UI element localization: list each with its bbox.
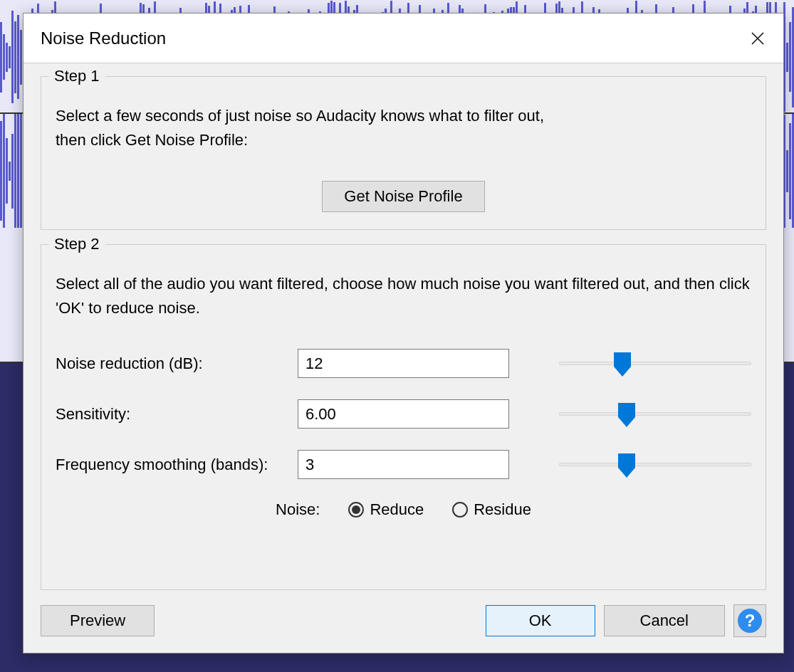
step2-group: Step 2 Select all of the audio you want … — [41, 244, 766, 590]
noise-mode-radio-group: Noise: Reduce Residue — [56, 500, 751, 519]
freq-smoothing-input[interactable] — [298, 450, 509, 479]
radio-reduce[interactable]: Reduce — [348, 500, 424, 519]
noise-reduction-label: Noise reduction (dB): — [56, 355, 298, 373]
freq-smoothing-row: Frequency smoothing (bands): — [56, 450, 751, 479]
sensitivity-row: Sensitivity: — [56, 399, 751, 429]
get-noise-profile-button[interactable]: Get Noise Profile — [322, 181, 484, 212]
freq-smoothing-label: Frequency smoothing (bands): — [56, 456, 298, 474]
titlebar: Noise Reduction — [23, 14, 783, 63]
freq-smoothing-slider[interactable] — [559, 451, 751, 479]
dialog-button-row: Preview OK Cancel ? — [23, 604, 783, 653]
noise-radio-heading: Noise: — [276, 500, 320, 519]
step2-instruction: Select all of the audio you want filtere… — [56, 272, 751, 320]
sensitivity-input[interactable] — [298, 399, 509, 429]
step1-instruction: Select a few seconds of just noise so Au… — [56, 104, 751, 152]
help-icon: ? — [738, 609, 762, 633]
close-icon[interactable] — [749, 30, 766, 47]
noise-reduction-slider[interactable] — [559, 350, 751, 378]
radio-residue[interactable]: Residue — [452, 500, 531, 519]
radio-residue-label: Residue — [474, 500, 531, 519]
noise-reduction-dialog: Noise Reduction Step 1 Select a few seco… — [23, 13, 784, 653]
radio-residue-dot-icon — [452, 502, 468, 518]
step2-legend: Step 2 — [48, 235, 105, 253]
sensitivity-label: Sensitivity: — [56, 405, 298, 424]
cancel-button[interactable]: Cancel — [604, 605, 725, 636]
radio-reduce-label: Reduce — [370, 500, 424, 519]
sensitivity-slider[interactable] — [559, 400, 751, 429]
step1-legend: Step 1 — [48, 67, 105, 85]
radio-reduce-dot-icon — [348, 502, 364, 518]
preview-button[interactable]: Preview — [41, 605, 155, 636]
step1-group: Step 1 Select a few seconds of just nois… — [41, 76, 766, 230]
dialog-title: Noise Reduction — [41, 28, 166, 48]
ok-button[interactable]: OK — [486, 605, 595, 636]
noise-reduction-row: Noise reduction (dB): — [56, 349, 751, 378]
help-button[interactable]: ? — [733, 604, 766, 637]
noise-reduction-input[interactable] — [298, 349, 509, 378]
